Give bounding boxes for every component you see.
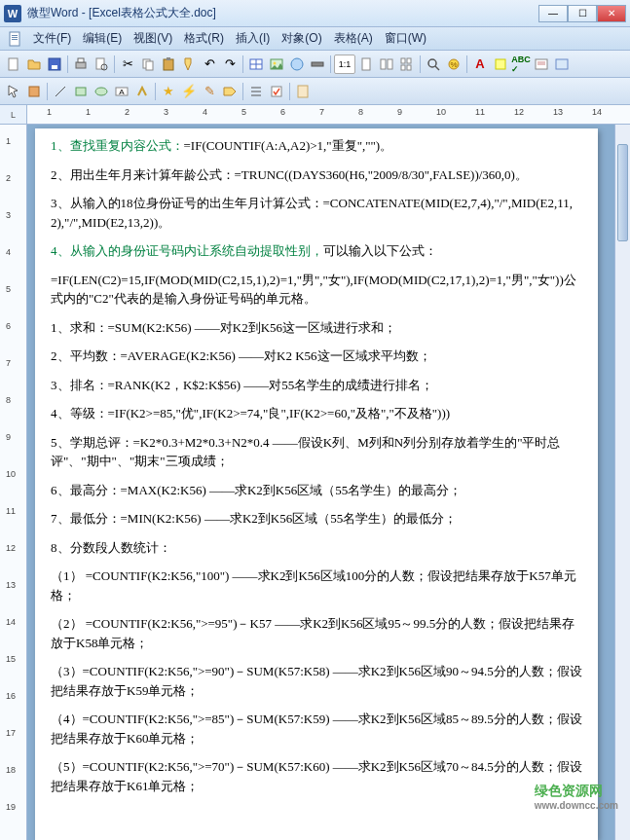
scroll-thumb[interactable] xyxy=(617,144,628,241)
ruler-tick: 12 xyxy=(6,543,16,553)
svg-rect-40 xyxy=(76,88,86,95)
paragraph[interactable]: 4、从输入的身份证号码内让系统自动提取性别，可以输入以下公式： xyxy=(51,241,582,261)
minimize-button[interactable]: — xyxy=(538,5,568,22)
document-viewport[interactable]: 1、查找重复内容公式：=IF(COUNTIF(A:A,A2)>1,"重复",""… xyxy=(27,125,614,840)
paste-icon[interactable] xyxy=(159,55,178,74)
svg-rect-23 xyxy=(381,59,386,69)
find-icon[interactable] xyxy=(424,55,443,74)
tag-icon[interactable] xyxy=(220,82,240,101)
paragraph[interactable]: 2、平均数：=AVERAGE(K2:K56) ——对K2 K56这一区域求平均数… xyxy=(51,347,582,366)
document-icon xyxy=(6,31,23,47)
vertical-scrollbar[interactable] xyxy=(614,125,630,840)
replace-icon[interactable]: % xyxy=(444,55,463,74)
paragraph[interactable]: （5）=COUNTIF(K2:K56,">=70")－SUM(K57:K60) … xyxy=(51,757,582,795)
ruler-tick: 17 xyxy=(6,728,16,738)
paragraph[interactable]: （4）=COUNTIF(K2:K56,">=85")－SUM(K57:K59) … xyxy=(51,710,582,748)
paragraph[interactable]: （3）=COUNTIF(K2:K56,">=90")－SUM(K57:K58) … xyxy=(51,662,582,700)
svg-rect-2 xyxy=(12,37,18,38)
paragraph[interactable]: 4、等级：=IF(K2>=85,"优",IF(K2>=74,"良",IF(K2>… xyxy=(51,404,582,423)
paragraph[interactable]: 8、分数段人数统计： xyxy=(51,538,582,558)
ruler-tick: 11 xyxy=(6,506,16,516)
highlight-icon[interactable] xyxy=(491,55,510,74)
svg-rect-47 xyxy=(272,87,281,96)
redo-icon[interactable]: ↷ xyxy=(220,55,240,74)
checkbox-icon[interactable] xyxy=(267,82,286,101)
svg-rect-13 xyxy=(164,59,173,70)
save-icon[interactable] xyxy=(45,55,64,74)
two-page-icon[interactable] xyxy=(377,55,396,74)
paragraph[interactable]: 1、求和：=SUM(K2:K56) ——对K2到K56这一区域进行求和； xyxy=(51,318,582,338)
print-preview-icon[interactable] xyxy=(92,55,111,74)
lightning-icon[interactable]: ⚡ xyxy=(179,82,199,101)
paragraph[interactable]: 3、排名：=RANK(K2，K$2:K$56) ——对55名学生的成绩进行排名； xyxy=(51,376,582,395)
format-painter-icon[interactable] xyxy=(179,55,199,74)
insert-image-icon[interactable] xyxy=(267,55,286,74)
insert-table-icon[interactable] xyxy=(246,55,266,74)
toolbar-drawing: A ★ ⚡ ✎ xyxy=(0,78,630,105)
menu-table[interactable]: 表格(A) xyxy=(328,27,379,50)
print-icon[interactable] xyxy=(71,55,91,74)
svg-rect-28 xyxy=(407,65,411,70)
menu-insert[interactable]: 插入(I) xyxy=(230,27,276,50)
bookmark-icon[interactable] xyxy=(308,55,327,74)
menu-window[interactable]: 窗口(W) xyxy=(379,27,432,50)
spellcheck-icon[interactable]: ABC✓ xyxy=(511,55,531,74)
menu-file[interactable]: 文件(F) xyxy=(27,27,77,50)
highlighted-text: 4、从输入的身份证号码内让系统自动提取性别， xyxy=(51,243,323,258)
separator xyxy=(242,83,243,100)
options-icon[interactable] xyxy=(552,55,572,74)
multi-page-icon[interactable] xyxy=(397,55,417,74)
paragraph[interactable]: （2） =COUNTIF(K2:K56,">=95")－K57 ——求K2到K5… xyxy=(51,614,582,652)
svg-rect-25 xyxy=(401,58,405,63)
paragraph[interactable]: （1） =COUNTIF(K2:K56,"100") ——求K2到K56区域10… xyxy=(51,566,582,604)
open-icon[interactable] xyxy=(24,55,44,74)
pencil-icon[interactable]: ✎ xyxy=(200,82,219,101)
rectangle-icon[interactable] xyxy=(71,82,91,101)
horizontal-ruler[interactable]: 11234567891011121314 xyxy=(27,105,630,124)
draw-menu-icon[interactable] xyxy=(24,82,44,101)
menu-format[interactable]: 格式(R) xyxy=(178,27,230,50)
separator xyxy=(420,55,421,73)
paragraph[interactable]: 6、最高分：=MAX(K2:K56) ——求K2到K56区域（55名学生）的最高… xyxy=(51,481,582,500)
svg-rect-38 xyxy=(29,87,39,96)
menu-edit[interactable]: 编辑(E) xyxy=(77,27,128,50)
undo-icon[interactable]: ↶ xyxy=(200,55,219,74)
autoshapes-icon[interactable] xyxy=(92,82,111,101)
cut-icon[interactable]: ✂ xyxy=(118,55,137,74)
svg-point-29 xyxy=(428,59,436,67)
page-view-icon[interactable] xyxy=(356,55,376,74)
font-color-icon[interactable]: A xyxy=(470,55,490,74)
ruler-tick: 3 xyxy=(164,107,168,117)
document-page[interactable]: 1、查找重复内容公式：=IF(COUNTIF(A:A,A2)>1,"重复",""… xyxy=(35,128,598,840)
svg-rect-6 xyxy=(52,65,57,69)
svg-rect-12 xyxy=(146,61,153,70)
properties-icon[interactable] xyxy=(293,82,313,101)
hyperlink-icon[interactable] xyxy=(287,55,307,74)
paragraph[interactable]: =IF(LEN(C2)=15,IF(MOD(MID(C2,15,1),2)=1,… xyxy=(51,271,582,309)
close-button[interactable]: ✕ xyxy=(597,5,626,22)
paragraph[interactable]: 7、最低分：=MIN(K2:K56) ——求K2到K56区域（55名学生）的最低… xyxy=(51,509,582,529)
copy-icon[interactable] xyxy=(138,55,158,74)
select-object-icon[interactable] xyxy=(4,82,23,101)
new-icon[interactable] xyxy=(4,55,23,74)
text-box-icon[interactable]: A xyxy=(112,82,131,101)
svg-rect-22 xyxy=(362,58,370,70)
paragraph[interactable]: 1、查找重复内容公式：=IF(COUNTIF(A:A,A2)>1,"重复",""… xyxy=(51,136,582,156)
paragraph[interactable]: 3、从输入的18位身份证号的出生年月计算公式：=CONCATENATE(MID(… xyxy=(51,194,582,232)
menu-view[interactable]: 视图(V) xyxy=(128,27,178,50)
reading-layout-icon[interactable] xyxy=(532,55,551,74)
ruler-row: L 11234567891011121314 xyxy=(0,105,630,125)
maximize-button[interactable]: ☐ xyxy=(568,5,597,22)
svg-line-39 xyxy=(56,87,65,96)
list-icon[interactable] xyxy=(246,82,266,101)
ruler-tick: 18 xyxy=(6,765,16,775)
line-icon[interactable] xyxy=(51,82,70,101)
svg-line-30 xyxy=(435,66,439,70)
paragraph[interactable]: 2、用出生年月来计算年龄公式：=TRUNC((DAYS360(H6,"2009/… xyxy=(51,165,582,185)
menu-object[interactable]: 对象(O) xyxy=(276,27,327,50)
paragraph[interactable]: 5、学期总评：=K2*0.3+M2*0.3+N2*0.4 ——假设K列、M列和N… xyxy=(51,433,582,471)
zoom-100-icon[interactable]: 1:1 xyxy=(334,55,355,74)
vertical-ruler[interactable]: 12345678910111213141516171819 xyxy=(0,125,27,840)
star-icon[interactable]: ★ xyxy=(159,82,178,101)
wordart-icon[interactable] xyxy=(132,82,152,101)
